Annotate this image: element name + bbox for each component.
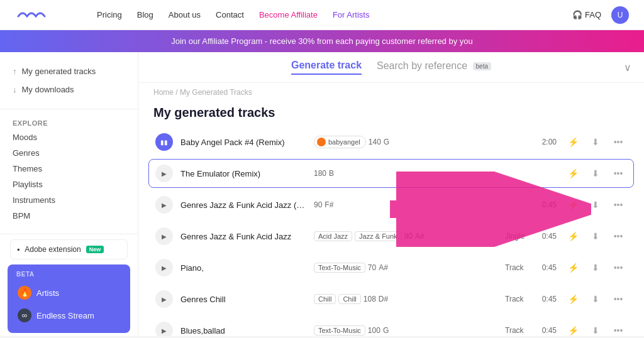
tag-badge: Chill xyxy=(338,294,360,304)
play-button[interactable]: ▶ xyxy=(155,227,173,245)
nav-pricing[interactable]: Pricing xyxy=(97,10,122,19)
play-button[interactable]: ▮▮ xyxy=(155,133,173,151)
adobe-label: Adobe extension xyxy=(25,245,80,254)
sidebar-beta-artists[interactable]: 🔥 Artists xyxy=(13,281,125,304)
more-button[interactable]: ••• xyxy=(609,259,627,276)
faq-label: FAQ xyxy=(585,10,601,19)
track-duration: 0:45 xyxy=(538,200,557,209)
avatar[interactable]: U xyxy=(611,6,629,24)
sidebar-my-downloads[interactable]: ↓ My downloads xyxy=(0,80,138,99)
tag-text: D# xyxy=(379,295,388,303)
lightning-button[interactable]: ⚡ xyxy=(564,259,582,276)
tag-text: 90 xyxy=(404,232,413,241)
promo-banner[interactable]: Join our Affiliate Program - receive 30%… xyxy=(0,30,644,52)
sidebar-beta-endless-stream[interactable]: ∞ Endless Stream xyxy=(13,304,125,327)
nav-affiliate[interactable]: Become Affiliate xyxy=(259,10,318,19)
play-button[interactable]: ▶ xyxy=(155,165,173,182)
stream-icon: ∞ xyxy=(18,308,31,322)
track-type: Track xyxy=(505,295,530,303)
track-type: Jingle xyxy=(505,232,530,241)
downloads-icon: ↓ xyxy=(13,85,17,94)
track-row: ▮▮Baby Angel Pack #4 (Remix)babyangel140… xyxy=(148,128,634,156)
sidebar-my-section: ↑ My generated tracks ↓ My downloads xyxy=(0,62,138,99)
more-button[interactable]: ••• xyxy=(609,290,627,308)
track-tags: Text-To-Music100G xyxy=(314,325,497,335)
track-actions: ⚡⬇••• xyxy=(564,133,627,151)
download-button[interactable]: ⬇ xyxy=(587,259,604,276)
main-content: Generate track Search by reference beta … xyxy=(138,52,644,336)
track-actions: ⚡⬇••• xyxy=(564,322,627,336)
download-button[interactable]: ⬇ xyxy=(587,290,604,308)
track-tags: Text-To-Music70A# xyxy=(314,263,497,273)
adobe-extension[interactable]: ▪ Adobe extension New xyxy=(10,239,128,259)
beta-label: BETA xyxy=(13,271,125,281)
more-button[interactable]: ••• xyxy=(609,196,627,214)
nav-for-artists[interactable]: For Artists xyxy=(333,10,370,19)
beta-section: BETA 🔥 Artists ∞ Endless Stream xyxy=(8,264,130,333)
tag-text: 70 xyxy=(368,263,376,272)
logo[interactable] xyxy=(15,6,47,23)
tag-text: B xyxy=(329,169,334,178)
lightning-button[interactable]: ⚡ xyxy=(564,290,582,308)
sidebar-genres[interactable]: Genres xyxy=(0,145,138,161)
avatar-dot xyxy=(317,138,326,146)
download-button[interactable]: ⬇ xyxy=(587,165,604,182)
lightning-button[interactable]: ⚡ xyxy=(564,165,582,182)
sidebar-bpm[interactable]: BPM xyxy=(0,208,138,224)
track-row: ▶Genres Jazz & Funk Acid Jazz (Remix)90F… xyxy=(148,190,634,219)
tab-reference[interactable]: Search by reference beta xyxy=(377,60,491,74)
download-button[interactable]: ⬇ xyxy=(587,227,604,245)
play-button[interactable]: ▶ xyxy=(155,259,173,276)
lightning-button[interactable]: ⚡ xyxy=(564,133,582,151)
download-button[interactable]: ⬇ xyxy=(587,133,604,151)
lightning-button[interactable]: ⚡ xyxy=(564,196,582,214)
adobe-badge: New xyxy=(86,246,104,253)
sidebar-themes[interactable]: Themes xyxy=(0,161,138,177)
faq-button[interactable]: 🎧 FAQ xyxy=(572,10,601,19)
more-button[interactable]: ••• xyxy=(609,165,627,182)
sidebar-my-downloads-label: My downloads xyxy=(22,85,74,94)
lightning-button[interactable]: ⚡ xyxy=(564,227,582,245)
track-actions: ⚡⬇••• xyxy=(564,259,627,276)
tab-generate[interactable]: Generate track xyxy=(291,60,362,75)
tag-text: F# xyxy=(325,200,333,209)
track-tags: ChillChill108D# xyxy=(314,294,497,304)
nav-contact[interactable]: Contact xyxy=(216,10,244,19)
sidebar-explore-section: EXPLORE Moods Genres Themes Playlists In… xyxy=(0,114,138,224)
tag-badge: Text-To-Music xyxy=(314,325,365,335)
track-name: Piano, xyxy=(180,263,306,273)
more-button[interactable]: ••• xyxy=(609,133,627,151)
more-button[interactable]: ••• xyxy=(609,322,627,336)
tag-text: 90 xyxy=(314,200,322,209)
track-row: ▶Genres ChillChillChill108D#Track0:45⚡⬇•… xyxy=(148,285,634,313)
track-duration: 0:45 xyxy=(538,295,557,303)
track-tags: Acid JazzJazz & Funk90A# xyxy=(314,231,497,241)
sidebar-instruments[interactable]: Instruments xyxy=(0,192,138,208)
download-button[interactable]: ⬇ xyxy=(587,196,604,214)
play-button[interactable]: ▶ xyxy=(155,196,173,214)
track-name: Baby Angel Pack #4 (Remix) xyxy=(180,138,306,147)
more-button[interactable]: ••• xyxy=(609,227,627,245)
play-button[interactable]: ▶ xyxy=(155,322,173,336)
sidebar-divider-2 xyxy=(0,234,138,234)
tag-text: 108 xyxy=(364,295,376,303)
tag-text: 100 xyxy=(368,326,380,335)
lightning-button[interactable]: ⚡ xyxy=(564,322,582,336)
track-name: Blues,ballad xyxy=(180,326,306,335)
sidebar-playlists[interactable]: Playlists xyxy=(0,177,138,192)
tab-bar: Generate track Search by reference beta … xyxy=(138,52,644,83)
track-duration: 0:45 xyxy=(538,263,557,272)
nav-about[interactable]: About us xyxy=(169,10,201,19)
track-name: Genres Chill xyxy=(180,295,306,304)
track-row: ▶The Emulator (Remix)180B⚡⬇••• xyxy=(148,159,634,188)
sidebar-my-tracks[interactable]: ↑ My generated tracks xyxy=(0,62,138,80)
nav-blog[interactable]: Blog xyxy=(137,10,153,19)
expand-button[interactable]: ∨ xyxy=(624,62,631,74)
adobe-icon: ▪ xyxy=(17,245,19,254)
track-actions: ⚡⬇••• xyxy=(564,196,627,214)
track-type: Track xyxy=(505,263,530,272)
download-button[interactable]: ⬇ xyxy=(587,322,604,336)
breadcrumb-home[interactable]: Home xyxy=(153,88,174,97)
play-button[interactable]: ▶ xyxy=(155,290,173,308)
sidebar-moods[interactable]: Moods xyxy=(0,129,138,145)
